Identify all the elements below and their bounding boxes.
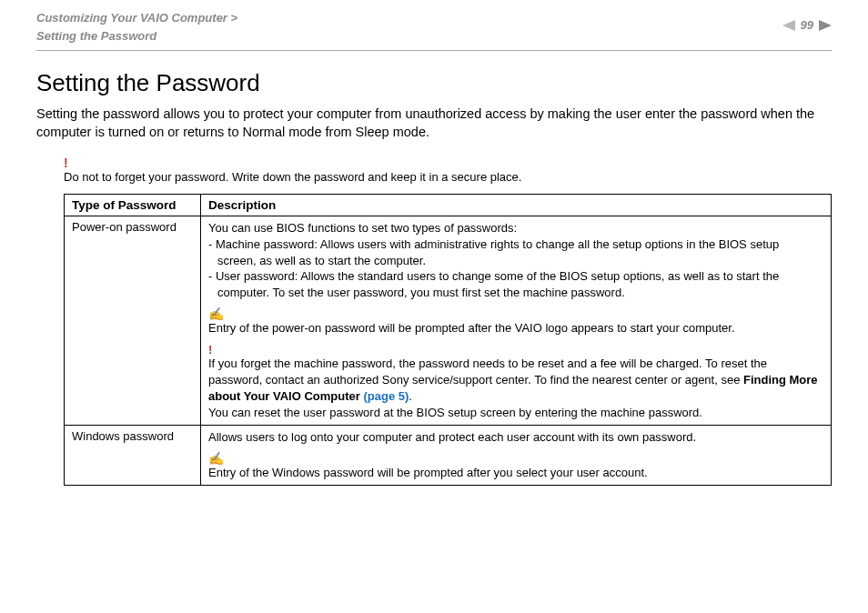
cell-desc-windows: Allows users to log onto your computer a… (201, 425, 832, 485)
note-icon: ✍ (208, 307, 823, 320)
poweron-bullet2b: computer. To set the user password, you … (208, 285, 823, 301)
svg-marker-1 (819, 20, 832, 31)
svg-marker-0 (782, 20, 795, 31)
page-header: Customizing Your VAIO Computer > Setting… (36, 9, 832, 51)
page-number: 99 (801, 18, 813, 32)
document-page: Customizing Your VAIO Computer > Setting… (0, 0, 868, 504)
warning-icon: ! (64, 156, 68, 170)
poweron-bullet2a: - User password: Allows the standard use… (208, 269, 779, 283)
note-icon: ✍ (208, 452, 823, 465)
cell-desc-poweron: You can use BIOS functions to set two ty… (201, 216, 832, 425)
top-warning-text: Do not to forget your password. Write do… (64, 170, 521, 184)
breadcrumb-line1: Customizing Your VAIO Computer > (36, 11, 237, 25)
warning-icon: ! (208, 344, 823, 356)
poweron-bullet1a: - Machine password: Allows users with ad… (208, 237, 779, 251)
windows-intro: Allows users to log onto your computer a… (208, 430, 696, 444)
table-row: Power-on password You can use BIOS funct… (65, 216, 832, 425)
next-page-arrow-icon[interactable] (819, 20, 832, 31)
breadcrumb: Customizing Your VAIO Computer > Setting… (36, 9, 237, 45)
cell-type-windows: Windows password (65, 425, 201, 485)
top-warning: ! Do not to forget your password. Write … (64, 156, 832, 186)
table-header-type: Type of Password (65, 195, 201, 216)
prev-page-arrow-icon[interactable] (782, 20, 795, 31)
page-link[interactable]: (page 5) (363, 389, 409, 403)
poweron-warn-b: You can reset the user password at the B… (208, 406, 702, 419)
page-title: Setting the Password (36, 69, 832, 97)
poweron-intro: You can use BIOS functions to set two ty… (208, 221, 517, 235)
table-row: Windows password Allows users to log ont… (65, 425, 832, 485)
cell-type-poweron: Power-on password (65, 216, 201, 425)
password-table: Type of Password Description Power-on pa… (64, 194, 832, 486)
poweron-bullet1b: screen, as well as to start the computer… (208, 253, 823, 269)
poweron-warn-a: If you forget the machine password, the … (208, 357, 818, 403)
windows-note: Entry of the Windows password will be pr… (208, 466, 648, 479)
table-header-desc: Description (201, 195, 832, 216)
intro-paragraph: Setting the password allows you to prote… (36, 105, 832, 142)
pager: 99 (782, 9, 832, 32)
breadcrumb-line2: Setting the Password (36, 29, 156, 43)
poweron-note: Entry of the power-on password will be p… (208, 321, 735, 335)
table-header-row: Type of Password Description (65, 195, 832, 216)
